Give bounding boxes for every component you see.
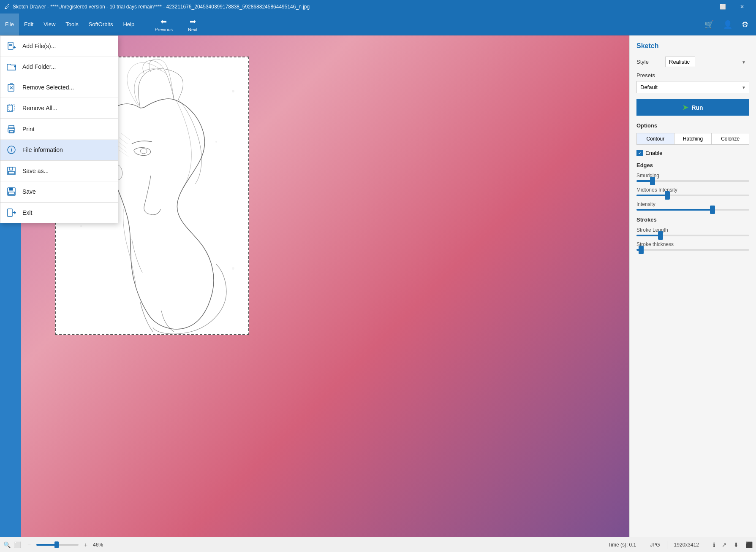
- status-divider-1: [643, 541, 643, 549]
- panel-title: Sketch: [636, 42, 749, 50]
- menu-remove-selected[interactable]: Remove Selected...: [0, 77, 118, 98]
- zoom-thumb[interactable]: [54, 541, 59, 548]
- edges-section: Edges Smudging Midtones Intensity Intens…: [636, 162, 749, 211]
- intensity-row: Intensity: [636, 201, 749, 211]
- style-row: Style Realistic Pencil Charcoal Ink: [636, 57, 749, 67]
- save-status-icon[interactable]: ⬇: [734, 541, 739, 548]
- right-panel: Sketch Style Realistic Pencil Charcoal I…: [629, 35, 756, 537]
- zoom-out-button[interactable]: −: [24, 540, 34, 549]
- app-icon: 🖊: [4, 3, 10, 10]
- remove-all-label: Remove All...: [22, 105, 111, 111]
- toolbar: ⬅ Previous ➡ Next: [148, 14, 204, 35]
- midtones-track[interactable]: [636, 195, 749, 196]
- tab-hatching[interactable]: Hatching: [674, 133, 712, 144]
- menu-tools[interactable]: Tools: [60, 14, 83, 35]
- search-status-icon[interactable]: 🔍: [3, 541, 11, 548]
- minimize-button[interactable]: —: [693, 0, 713, 14]
- zoom-slider[interactable]: [36, 544, 79, 546]
- smudging-thumb[interactable]: [650, 177, 655, 185]
- menu-view[interactable]: View: [38, 14, 60, 35]
- style-select-wrapper: Realistic Pencil Charcoal Ink: [665, 57, 749, 67]
- midtones-row: Midtones Intensity: [636, 187, 749, 196]
- stroke-length-thumb[interactable]: [658, 231, 663, 240]
- menu-file[interactable]: File: [0, 14, 19, 35]
- add-files-icon: [5, 40, 17, 52]
- smudging-row: Smudging: [636, 173, 749, 182]
- run-label: Run: [691, 104, 703, 111]
- intensity-fill: [636, 209, 713, 211]
- remove-selected-label: Remove Selected...: [22, 84, 111, 91]
- menu-softorbits[interactable]: SoftOrbits: [84, 14, 118, 35]
- tab-contour[interactable]: Contour: [637, 133, 674, 144]
- menu-add-folder[interactable]: Add Folder...: [0, 57, 118, 77]
- status-right: Time (s): 0.1 JPG 1920x3412 ℹ ↗ ⬇ ⬛: [608, 541, 753, 549]
- options-title: Options: [636, 122, 749, 129]
- info-status-icon[interactable]: ℹ: [713, 541, 715, 548]
- add-files-label: Add File(s)...: [22, 43, 111, 49]
- fit-status-icon[interactable]: ⬜: [14, 541, 21, 548]
- svg-rect-60: [9, 188, 13, 190]
- svg-point-35: [215, 141, 217, 143]
- user-icon[interactable]: 👤: [720, 18, 736, 31]
- presets-select[interactable]: Default Light Dark Custom: [636, 81, 749, 93]
- zoom-value: 46%: [93, 542, 103, 548]
- status-divider-3: [706, 541, 706, 549]
- add-folder-icon: [5, 61, 17, 73]
- stroke-thickness-thumb[interactable]: [639, 246, 644, 254]
- stroke-thickness-row: Stroke thickness: [636, 241, 749, 251]
- menu-add-files[interactable]: Add File(s)...: [0, 36, 118, 57]
- previous-label: Previous: [155, 27, 173, 32]
- presets-select-wrapper: Default Light Dark Custom: [636, 81, 749, 93]
- menu-save-as[interactable]: Save as...: [0, 160, 118, 181]
- menu-help[interactable]: Help: [118, 14, 139, 35]
- previous-button[interactable]: ⬅ Previous: [148, 14, 179, 35]
- format-label: JPG: [650, 542, 660, 548]
- options-tabs: Contour Hatching Colorize: [636, 133, 749, 145]
- menu-edit[interactable]: Edit: [19, 14, 38, 35]
- svg-text:i: i: [11, 147, 12, 153]
- stroke-thickness-label: Stroke thickness: [636, 241, 749, 247]
- svg-rect-57: [9, 167, 13, 170]
- intensity-track[interactable]: [636, 209, 749, 211]
- midtones-label: Midtones Intensity: [636, 187, 749, 193]
- svg-point-37: [232, 267, 234, 270]
- menu-exit[interactable]: Exit: [0, 202, 118, 223]
- cube-status-icon[interactable]: ⬛: [745, 541, 753, 548]
- maximize-button[interactable]: ⬜: [713, 0, 732, 14]
- stroke-length-track[interactable]: [636, 235, 749, 236]
- cart-icon[interactable]: 🛒: [701, 18, 717, 31]
- close-button[interactable]: ✕: [732, 0, 752, 14]
- share-status-icon[interactable]: ↗: [722, 541, 727, 548]
- smudging-track[interactable]: [636, 180, 749, 182]
- edges-title: Edges: [636, 162, 749, 168]
- zoom-controls: − + 46%: [24, 540, 103, 549]
- zoom-fill: [36, 544, 56, 546]
- previous-icon: ⬅: [160, 17, 167, 26]
- intensity-thumb[interactable]: [710, 206, 715, 214]
- midtones-fill: [636, 195, 668, 196]
- menu-remove-all[interactable]: Remove All...: [0, 98, 118, 119]
- svg-point-36: [80, 225, 82, 227]
- run-arrow-icon: ➤: [683, 103, 688, 111]
- style-select[interactable]: Realistic Pencil Charcoal Ink: [665, 57, 695, 67]
- enable-label: Enable: [645, 150, 662, 156]
- svg-rect-61: [8, 192, 14, 195]
- window-controls: — ⬜ ✕: [693, 0, 752, 14]
- stroke-thickness-track[interactable]: [636, 249, 749, 251]
- menu-file-info[interactable]: i File information: [0, 140, 118, 160]
- stroke-length-row: Stroke Length: [636, 227, 749, 236]
- menu-save[interactable]: Save: [0, 181, 118, 202]
- zoom-in-button[interactable]: +: [81, 540, 90, 549]
- next-button[interactable]: ➡ Next: [181, 14, 204, 35]
- next-label: Next: [188, 27, 198, 32]
- midtones-thumb[interactable]: [665, 191, 670, 200]
- enable-checkbox[interactable]: ✓: [636, 150, 643, 156]
- tab-colorize[interactable]: Colorize: [712, 133, 749, 144]
- next-icon: ➡: [190, 17, 196, 26]
- dimensions-label: 1920x3412: [674, 542, 699, 548]
- svg-rect-53: [9, 130, 14, 133]
- settings-icon[interactable]: ⚙: [738, 18, 752, 31]
- menu-print[interactable]: Print: [0, 119, 118, 140]
- save-icon: [5, 186, 17, 198]
- run-button[interactable]: ➤ Run: [636, 99, 749, 116]
